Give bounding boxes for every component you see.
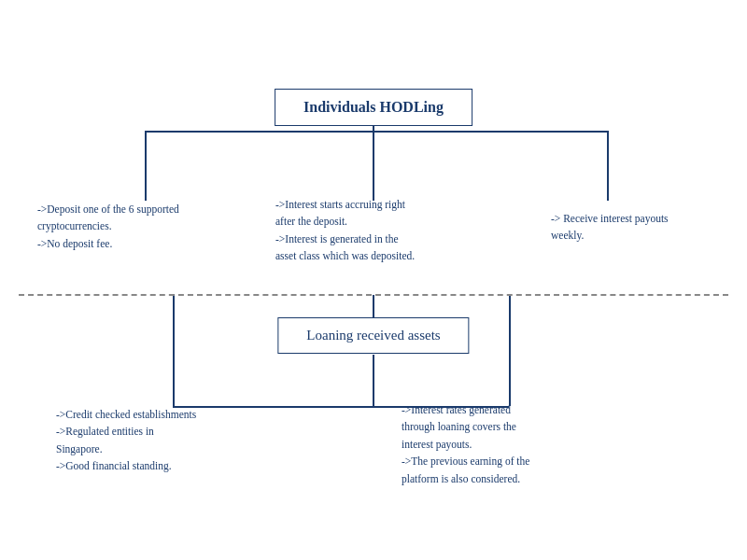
connector-top-right [607, 131, 609, 201]
dashed-divider [19, 294, 728, 296]
connector-bottom-right [509, 294, 511, 406]
top-left-line1: ->Deposit one of the 6 supported [37, 201, 243, 217]
bottom-left-line1: ->Credit checked establishments [56, 406, 261, 423]
connector-top-horizontal [145, 131, 607, 133]
bottom-right-line4: ->The previous earning of the [402, 453, 616, 469]
top-left-line3: ->No deposit fee. [37, 235, 243, 252]
top-right-line2: weekly. [551, 227, 719, 244]
connector-bottom-left [173, 294, 175, 406]
top-left-line2: cryptocurrencies. [37, 217, 243, 234]
top-center-line3: ->Interest is generated in the [275, 231, 476, 247]
bottom-box: Loaning received assets [277, 317, 469, 354]
bottom-left-line4: ->Good financial standing. [56, 457, 261, 474]
top-center-line1: ->Interest starts accruing right [275, 196, 476, 213]
top-box: Individuals HODLing [275, 89, 472, 126]
bottom-left-text-block: ->Credit checked establishments ->Regula… [56, 406, 261, 475]
connector-bottom-box-down [373, 355, 374, 406]
bottom-left-line3: Singapore. [56, 441, 261, 457]
bottom-right-line1: ->Interest rates generated [402, 401, 616, 418]
bottom-right-line3: interest payouts. [402, 436, 616, 453]
bottom-box-label: Loaning received assets [306, 328, 440, 343]
bottom-right-line5: platform is also considered. [402, 470, 616, 487]
connector-top-left [145, 131, 147, 201]
bottom-right-text-block: ->Interest rates generated through loani… [402, 401, 616, 487]
connector-top-center [373, 131, 374, 201]
top-center-line2: after the deposit. [275, 213, 476, 230]
bottom-left-line2: ->Regulated entities in [56, 423, 261, 440]
connector-bottom-box-up [373, 295, 374, 317]
top-center-text-block: ->Interest starts accruing right after t… [275, 196, 476, 265]
top-box-label: Individuals HODLing [303, 99, 444, 115]
top-right-text-block: -> Receive interest payouts weekly. [551, 210, 719, 245]
bottom-right-line2: through loaning covers the [402, 418, 616, 435]
top-center-line4: asset class which was deposited. [275, 247, 476, 264]
top-left-text-block: ->Deposit one of the 6 supported cryptoc… [37, 201, 243, 252]
top-right-line1: -> Receive interest payouts [551, 210, 719, 227]
page-container: Individuals HODLing ->Deposit one of the… [0, 0, 747, 560]
